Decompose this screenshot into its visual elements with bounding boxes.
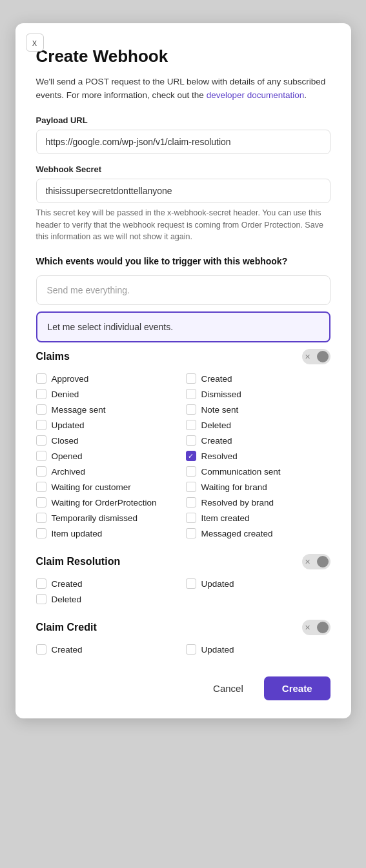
closed-checkbox[interactable] xyxy=(36,435,46,446)
list-item[interactable]: Communication sent xyxy=(186,466,330,477)
claim-credit-checkbox-grid: Created Updated xyxy=(36,644,330,655)
claim-credit-toggle-x-icon: ✕ xyxy=(305,624,310,632)
cancel-button[interactable]: Cancel xyxy=(200,676,256,700)
list-item[interactable]: Item updated xyxy=(36,528,181,538)
list-item[interactable]: Waiting for brand xyxy=(186,482,330,492)
list-item[interactable]: Updated xyxy=(36,420,181,430)
approved-checkbox[interactable] xyxy=(36,373,46,384)
list-item[interactable]: Closed xyxy=(36,435,181,446)
updated-checkbox[interactable] xyxy=(36,420,46,430)
message-sent-checkbox[interactable] xyxy=(36,404,46,415)
claim-credit-section-header: Claim Credit ✕ xyxy=(36,620,330,635)
claim-resolution-toggle-knob xyxy=(317,556,329,567)
list-item[interactable]: Updated xyxy=(186,578,330,589)
list-item[interactable]: Deleted xyxy=(36,594,181,604)
select-individual-events-button[interactable]: Let me select individual events. xyxy=(36,311,330,342)
claims-section-title: Claims xyxy=(36,351,70,362)
list-item[interactable]: Dismissed xyxy=(186,389,330,399)
list-item[interactable]: Created xyxy=(36,578,181,589)
claim-resolution-toggle[interactable]: ✕ xyxy=(302,554,330,569)
resolved-checkbox[interactable] xyxy=(186,451,196,461)
list-item[interactable]: Created xyxy=(186,373,330,384)
cc-created-checkbox[interactable] xyxy=(36,644,46,655)
description: We'll send a POST request to the URL bel… xyxy=(36,75,330,103)
claim-resolution-section-header: Claim Resolution ✕ xyxy=(36,554,330,569)
webhook-secret-input[interactable] xyxy=(36,179,330,203)
communication-sent-checkbox[interactable] xyxy=(186,466,196,477)
claim-resolution-checkbox-grid: Created Updated Deleted xyxy=(36,578,330,604)
waiting-op-checkbox[interactable] xyxy=(36,497,46,508)
claim-credit-section: Claim Credit ✕ Created Updated xyxy=(36,620,330,655)
list-item[interactable]: Resolved xyxy=(186,451,330,461)
send-everything-button[interactable]: Send me everything. xyxy=(36,275,330,305)
list-item[interactable]: Deleted xyxy=(186,420,330,430)
created2-checkbox[interactable] xyxy=(186,435,196,446)
list-item[interactable]: Message sent xyxy=(36,404,181,415)
archived-checkbox[interactable] xyxy=(36,466,46,477)
opened-checkbox[interactable] xyxy=(36,451,46,461)
list-item[interactable]: Waiting for OrderProtection xyxy=(36,497,181,508)
claim-resolution-section: Claim Resolution ✕ Created Updated Delet… xyxy=(36,554,330,604)
cr-deleted-checkbox[interactable] xyxy=(36,594,46,604)
list-item[interactable]: Resolved by brand xyxy=(186,497,330,508)
list-item[interactable]: Opened xyxy=(36,451,181,461)
claims-toggle[interactable]: ✕ xyxy=(302,349,330,364)
denied-checkbox[interactable] xyxy=(36,389,46,399)
claims-toggle-x-icon: ✕ xyxy=(305,353,310,361)
claims-toggle-knob xyxy=(317,351,329,362)
modal-title: Create Webhook xyxy=(36,46,330,66)
claim-credit-toggle[interactable]: ✕ xyxy=(302,620,330,635)
note-sent-checkbox[interactable] xyxy=(186,404,196,415)
list-item[interactable]: Created xyxy=(186,435,330,446)
claim-resolution-title: Claim Resolution xyxy=(36,556,121,567)
messaged-created-checkbox[interactable] xyxy=(186,528,196,538)
created-checkbox[interactable] xyxy=(186,373,196,384)
cr-created-checkbox[interactable] xyxy=(36,578,46,589)
deleted-checkbox[interactable] xyxy=(186,420,196,430)
webhook-secret-label: Webhook Secret xyxy=(36,164,330,174)
cc-updated-checkbox[interactable] xyxy=(186,644,196,655)
claims-checkbox-grid: Approved Created Denied Dismissed Messag… xyxy=(36,373,330,538)
list-item[interactable]: Temporarily dismissed xyxy=(36,513,181,523)
list-item[interactable]: Waiting for customer xyxy=(36,482,181,492)
list-item[interactable]: Created xyxy=(36,644,181,655)
list-item[interactable]: Item created xyxy=(186,513,330,523)
item-created-checkbox[interactable] xyxy=(186,513,196,523)
close-icon: x xyxy=(32,37,37,48)
claim-resolution-toggle-x-icon: ✕ xyxy=(305,558,310,566)
helper-text: This secret key will be passed in the x-… xyxy=(36,207,330,243)
create-button[interactable]: Create xyxy=(264,676,330,700)
list-item[interactable]: Updated xyxy=(186,644,330,655)
waiting-customer-checkbox[interactable] xyxy=(36,482,46,492)
create-webhook-modal: x Create Webhook We'll send a POST reque… xyxy=(15,23,351,718)
list-item[interactable]: Note sent xyxy=(186,404,330,415)
dismissed-checkbox[interactable] xyxy=(186,389,196,399)
footer-buttons: Cancel Create xyxy=(36,670,330,700)
list-item[interactable]: Approved xyxy=(36,373,181,384)
claim-credit-toggle-knob xyxy=(317,622,329,633)
claims-section-header: Claims ✕ xyxy=(36,349,330,364)
list-item[interactable]: Denied xyxy=(36,389,181,399)
payload-url-input[interactable] xyxy=(36,130,330,154)
resolved-brand-checkbox[interactable] xyxy=(186,497,196,508)
temp-dismissed-checkbox[interactable] xyxy=(36,513,46,523)
developer-docs-link[interactable]: developer documentation xyxy=(207,90,305,100)
claims-section: Claims ✕ Approved Created Denied Dismiss… xyxy=(36,349,330,538)
list-item[interactable]: Archived xyxy=(36,466,181,477)
payload-url-label: Payload URL xyxy=(36,115,330,125)
claim-credit-title: Claim Credit xyxy=(36,622,97,633)
close-button[interactable]: x xyxy=(26,34,44,52)
list-item[interactable]: Messaged created xyxy=(186,528,330,538)
cr-updated-checkbox[interactable] xyxy=(186,578,196,589)
events-question: Which events would you like to trigger w… xyxy=(36,256,330,266)
waiting-brand-checkbox[interactable] xyxy=(186,482,196,492)
item-updated-checkbox[interactable] xyxy=(36,528,46,538)
